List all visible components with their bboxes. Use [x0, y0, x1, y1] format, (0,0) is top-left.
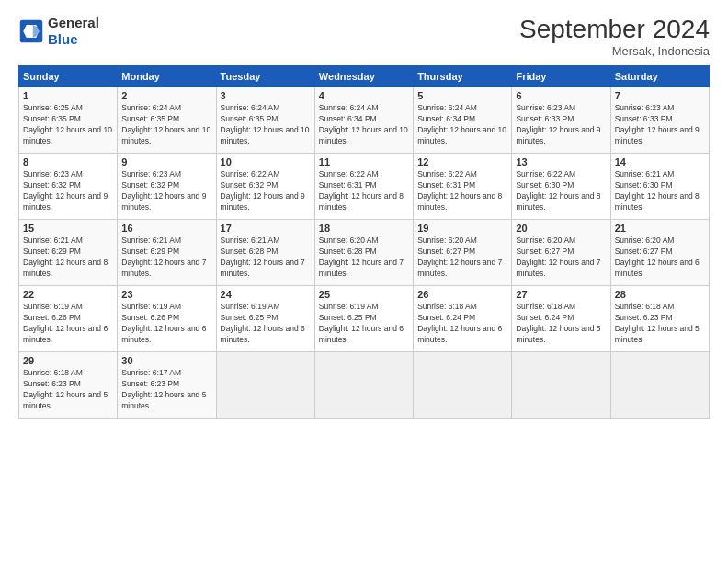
calendar-cell: 12Sunrise: 6:22 AMSunset: 6:31 PMDayligh… [414, 154, 512, 220]
calendar-cell [512, 352, 610, 419]
calendar-cell: 8Sunrise: 6:23 AMSunset: 6:32 PMDaylight… [19, 154, 118, 220]
day-number: 2 [121, 90, 211, 101]
weekday-header: Sunday [19, 66, 118, 87]
calendar-cell: 5Sunrise: 6:24 AMSunset: 6:34 PMDaylight… [414, 87, 512, 154]
calendar-cell [216, 352, 314, 419]
day-info: Sunrise: 6:19 AMSunset: 6:25 PMDaylight:… [319, 302, 409, 346]
day-number: 10 [221, 156, 311, 167]
day-number: 29 [23, 355, 113, 366]
day-number: 16 [121, 223, 211, 234]
calendar-cell: 15Sunrise: 6:21 AMSunset: 6:29 PMDayligh… [19, 220, 118, 286]
day-info: Sunrise: 6:19 AMSunset: 6:26 PMDaylight:… [23, 302, 113, 346]
day-info: Sunrise: 6:22 AMSunset: 6:31 PMDaylight:… [319, 169, 409, 213]
day-info: Sunrise: 6:22 AMSunset: 6:31 PMDaylight:… [417, 169, 507, 213]
weekday-header-row: SundayMondayTuesdayWednesdayThursdayFrid… [19, 66, 710, 87]
logo-text: General Blue [48, 15, 99, 48]
day-number: 25 [319, 289, 409, 300]
day-number: 26 [417, 289, 507, 300]
calendar-cell: 16Sunrise: 6:21 AMSunset: 6:29 PMDayligh… [118, 220, 216, 286]
day-number: 1 [23, 90, 113, 101]
day-number: 15 [23, 223, 113, 234]
header: General Blue September 2024 Mersak, Indo… [18, 15, 710, 58]
day-info: Sunrise: 6:23 AMSunset: 6:33 PMDaylight:… [615, 103, 705, 147]
day-number: 6 [516, 90, 606, 101]
calendar-cell: 30Sunrise: 6:17 AMSunset: 6:23 PMDayligh… [118, 352, 216, 419]
calendar-cell: 13Sunrise: 6:22 AMSunset: 6:30 PMDayligh… [512, 154, 610, 220]
calendar-page: General Blue September 2024 Mersak, Indo… [0, 0, 728, 563]
day-number: 5 [417, 90, 507, 101]
day-info: Sunrise: 6:20 AMSunset: 6:28 PMDaylight:… [319, 236, 409, 280]
month-title: September 2024 [519, 15, 710, 44]
day-number: 11 [319, 156, 409, 167]
day-number: 22 [23, 289, 113, 300]
calendar-table: SundayMondayTuesdayWednesdayThursdayFrid… [18, 65, 710, 419]
weekday-header: Friday [512, 66, 610, 87]
day-number: 21 [615, 223, 705, 234]
calendar-cell: 27Sunrise: 6:18 AMSunset: 6:24 PMDayligh… [512, 286, 610, 352]
calendar-week-row: 15Sunrise: 6:21 AMSunset: 6:29 PMDayligh… [19, 220, 710, 286]
day-info: Sunrise: 6:19 AMSunset: 6:26 PMDaylight:… [121, 302, 211, 346]
day-info: Sunrise: 6:24 AMSunset: 6:35 PMDaylight:… [121, 103, 211, 147]
day-number: 14 [615, 156, 705, 167]
calendar-cell: 6Sunrise: 6:23 AMSunset: 6:33 PMDaylight… [512, 87, 610, 154]
calendar-cell: 24Sunrise: 6:19 AMSunset: 6:25 PMDayligh… [216, 286, 314, 352]
day-number: 4 [319, 90, 409, 101]
day-info: Sunrise: 6:21 AMSunset: 6:29 PMDaylight:… [23, 236, 113, 280]
calendar-cell: 29Sunrise: 6:18 AMSunset: 6:23 PMDayligh… [19, 352, 118, 419]
calendar-cell: 1Sunrise: 6:25 AMSunset: 6:35 PMDaylight… [19, 87, 118, 154]
day-info: Sunrise: 6:24 AMSunset: 6:35 PMDaylight:… [221, 103, 311, 147]
weekday-header: Wednesday [314, 66, 413, 87]
day-info: Sunrise: 6:20 AMSunset: 6:27 PMDaylight:… [417, 236, 507, 280]
calendar-week-row: 29Sunrise: 6:18 AMSunset: 6:23 PMDayligh… [19, 352, 710, 419]
calendar-cell: 2Sunrise: 6:24 AMSunset: 6:35 PMDaylight… [118, 87, 216, 154]
calendar-cell [610, 352, 709, 419]
calendar-cell [314, 352, 413, 419]
day-info: Sunrise: 6:23 AMSunset: 6:32 PMDaylight:… [23, 169, 113, 213]
day-number: 3 [221, 90, 311, 101]
day-info: Sunrise: 6:18 AMSunset: 6:24 PMDaylight:… [516, 302, 606, 346]
day-info: Sunrise: 6:23 AMSunset: 6:32 PMDaylight:… [121, 169, 211, 213]
calendar-cell: 19Sunrise: 6:20 AMSunset: 6:27 PMDayligh… [414, 220, 512, 286]
calendar-week-row: 1Sunrise: 6:25 AMSunset: 6:35 PMDaylight… [19, 87, 710, 154]
day-info: Sunrise: 6:18 AMSunset: 6:24 PMDaylight:… [417, 302, 507, 346]
calendar-cell: 14Sunrise: 6:21 AMSunset: 6:30 PMDayligh… [610, 154, 709, 220]
calendar-cell: 9Sunrise: 6:23 AMSunset: 6:32 PMDaylight… [118, 154, 216, 220]
day-info: Sunrise: 6:18 AMSunset: 6:23 PMDaylight:… [23, 368, 113, 412]
weekday-header: Saturday [610, 66, 709, 87]
calendar-cell: 11Sunrise: 6:22 AMSunset: 6:31 PMDayligh… [314, 154, 413, 220]
day-number: 28 [615, 289, 705, 300]
calendar-week-row: 8Sunrise: 6:23 AMSunset: 6:32 PMDaylight… [19, 154, 710, 220]
calendar-cell: 28Sunrise: 6:18 AMSunset: 6:23 PMDayligh… [610, 286, 709, 352]
day-info: Sunrise: 6:18 AMSunset: 6:23 PMDaylight:… [615, 302, 705, 346]
day-info: Sunrise: 6:21 AMSunset: 6:29 PMDaylight:… [121, 236, 211, 280]
calendar-cell: 20Sunrise: 6:20 AMSunset: 6:27 PMDayligh… [512, 220, 610, 286]
calendar-cell: 3Sunrise: 6:24 AMSunset: 6:35 PMDaylight… [216, 87, 314, 154]
day-number: 13 [516, 156, 606, 167]
day-info: Sunrise: 6:20 AMSunset: 6:27 PMDaylight:… [516, 236, 606, 280]
day-number: 24 [221, 289, 311, 300]
day-info: Sunrise: 6:20 AMSunset: 6:27 PMDaylight:… [615, 236, 705, 280]
calendar-cell: 18Sunrise: 6:20 AMSunset: 6:28 PMDayligh… [314, 220, 413, 286]
day-number: 18 [319, 223, 409, 234]
day-number: 7 [615, 90, 705, 101]
day-number: 27 [516, 289, 606, 300]
calendar-cell: 21Sunrise: 6:20 AMSunset: 6:27 PMDayligh… [610, 220, 709, 286]
calendar-cell: 4Sunrise: 6:24 AMSunset: 6:34 PMDaylight… [314, 87, 413, 154]
day-info: Sunrise: 6:24 AMSunset: 6:34 PMDaylight:… [319, 103, 409, 147]
day-number: 19 [417, 223, 507, 234]
calendar-cell: 17Sunrise: 6:21 AMSunset: 6:28 PMDayligh… [216, 220, 314, 286]
logo: General Blue [18, 15, 99, 48]
calendar-cell: 23Sunrise: 6:19 AMSunset: 6:26 PMDayligh… [118, 286, 216, 352]
day-number: 12 [417, 156, 507, 167]
day-info: Sunrise: 6:22 AMSunset: 6:32 PMDaylight:… [221, 169, 311, 213]
calendar-cell: 10Sunrise: 6:22 AMSunset: 6:32 PMDayligh… [216, 154, 314, 220]
calendar-cell: 7Sunrise: 6:23 AMSunset: 6:33 PMDaylight… [610, 87, 709, 154]
calendar-cell: 25Sunrise: 6:19 AMSunset: 6:25 PMDayligh… [314, 286, 413, 352]
day-info: Sunrise: 6:21 AMSunset: 6:28 PMDaylight:… [221, 236, 311, 280]
day-info: Sunrise: 6:19 AMSunset: 6:25 PMDaylight:… [221, 302, 311, 346]
title-block: September 2024 Mersak, Indonesia [519, 15, 710, 58]
calendar-week-row: 22Sunrise: 6:19 AMSunset: 6:26 PMDayligh… [19, 286, 710, 352]
day-number: 17 [221, 223, 311, 234]
day-info: Sunrise: 6:23 AMSunset: 6:33 PMDaylight:… [516, 103, 606, 147]
weekday-header: Tuesday [216, 66, 314, 87]
